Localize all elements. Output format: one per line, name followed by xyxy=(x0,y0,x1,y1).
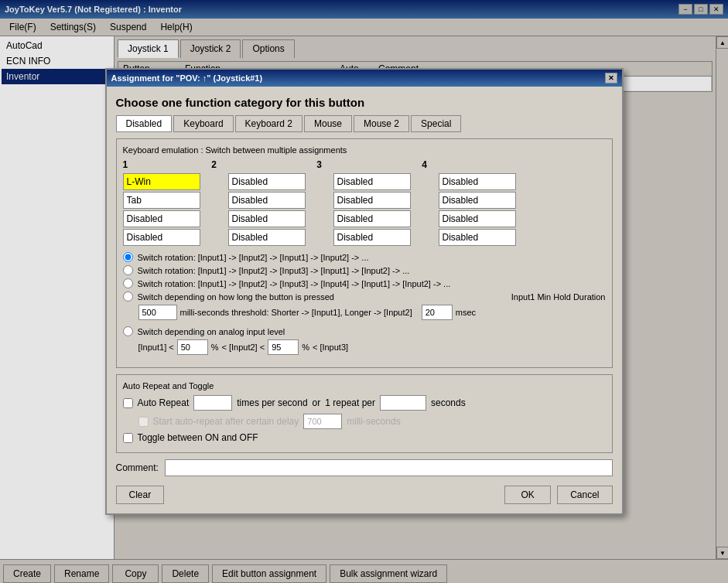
auto-or-label: or xyxy=(313,397,321,408)
col-num-2-label: 2 xyxy=(207,159,222,170)
input-grid: 1 2 xyxy=(123,159,606,246)
radio-row-5: Switch depending on analog input level xyxy=(123,326,606,336)
modal-tabs: Disabled Keyboard Keyboard 2 Mouse Mouse… xyxy=(116,115,613,132)
threshold-row: milli-seconds threshold: Shorter -> [Inp… xyxy=(138,305,606,320)
auto-repeat-per-label: 1 repeat per xyxy=(325,397,375,408)
auto-section: Auto Repeat and Toggle Auto Repeat times… xyxy=(116,374,613,453)
input-2-2[interactable] xyxy=(228,192,306,209)
modal-tab-keyboard[interactable]: Keyboard xyxy=(173,115,233,132)
analog-input-1[interactable] xyxy=(177,339,208,355)
radio-1[interactable] xyxy=(123,252,133,262)
modal-tab-mouse2[interactable]: Mouse 2 xyxy=(354,115,409,132)
input-2-4[interactable] xyxy=(228,229,306,246)
auto-times-label: times per second xyxy=(237,397,307,408)
radio-2-label: Switch rotation: [Input1] -> [Input2] ->… xyxy=(138,266,410,275)
auto-section-title: Auto Repeat and Toggle xyxy=(123,381,606,390)
input-col-2 xyxy=(228,159,306,246)
modal-close-button[interactable]: ✕ xyxy=(605,73,617,84)
input-2-3[interactable] xyxy=(228,210,306,227)
duration-input[interactable] xyxy=(422,305,453,320)
input-col-4 xyxy=(439,159,516,246)
comment-label: Comment: xyxy=(116,462,159,473)
category-heading: Choose one function category for this bu… xyxy=(116,96,613,109)
auto-seconds-label: seconds xyxy=(431,397,466,408)
col-num-1: 1 xyxy=(123,159,128,170)
auto-times-input[interactable] xyxy=(193,395,232,411)
comment-input[interactable] xyxy=(165,459,613,476)
col-num-3-label: 3 xyxy=(312,159,327,170)
modal-tab-mouse[interactable]: Mouse xyxy=(304,115,352,132)
input-4-1[interactable] xyxy=(439,173,516,190)
ok-button[interactable]: OK xyxy=(504,486,551,504)
start-delay-checkbox[interactable] xyxy=(138,417,149,427)
duration-label-text: Input1 Min Hold Duration xyxy=(511,292,606,302)
start-delay-label: Start auto-repeat after certain delay xyxy=(153,416,299,427)
input-3-1[interactable] xyxy=(333,173,411,190)
radio-group: Switch rotation: [Input1] -> [Input2] ->… xyxy=(123,252,606,355)
kb-section-title: Keyboard emulation : Switch between mult… xyxy=(123,145,606,155)
start-delay-row: Start auto-repeat after certain delay mi… xyxy=(138,414,606,429)
col-num-4-label: 4 xyxy=(417,159,432,170)
modal-tab-special[interactable]: Special xyxy=(411,115,461,132)
analog-label2: < [Input2] < xyxy=(221,343,265,352)
modal-title: Assignment for "POV: ↑" (Joystick#1) xyxy=(111,73,263,83)
delay-input[interactable] xyxy=(303,414,342,429)
input-3-3[interactable] xyxy=(333,210,411,227)
kb-section: Keyboard emulation : Switch between mult… xyxy=(116,138,613,368)
radio-1-label: Switch rotation: [Input1] -> [Input2] ->… xyxy=(138,253,369,262)
duration-input-wrapper xyxy=(422,305,453,320)
toggle-checkbox[interactable] xyxy=(123,433,133,443)
input-3-4[interactable] xyxy=(333,229,411,246)
radio-5-label: Switch depending on analog input level xyxy=(138,327,285,336)
radio-4-label: Switch depending on how long the button … xyxy=(138,292,334,302)
modal-buttons: Clear OK Cancel xyxy=(116,486,613,504)
auto-repeat-checkbox[interactable] xyxy=(123,398,133,408)
analog-pct2: % xyxy=(302,343,309,352)
radio-3[interactable] xyxy=(123,278,133,288)
auto-seconds-input[interactable] xyxy=(380,395,426,411)
analog-label3: < [Input3] xyxy=(313,343,348,352)
auto-repeat-label: Auto Repeat xyxy=(138,397,190,408)
radio-row-3: Switch rotation: [Input1] -> [Input2] ->… xyxy=(123,278,606,288)
input-1-2[interactable] xyxy=(123,192,200,209)
modal-body: Choose one function category for this bu… xyxy=(107,87,622,513)
input-col-1: 1 xyxy=(123,159,200,246)
auto-repeat-row: Auto Repeat times per second or 1 repeat… xyxy=(123,395,606,411)
input-1-3[interactable] xyxy=(123,210,200,227)
cancel-button[interactable]: Cancel xyxy=(557,486,612,504)
radio-row-1: Switch rotation: [Input1] -> [Input2] ->… xyxy=(123,252,606,262)
duration-unit: msec xyxy=(456,308,476,317)
toggle-row: Toggle between ON and OFF xyxy=(123,432,606,443)
analog-label1: [Input1] < xyxy=(138,343,174,352)
clear-button[interactable]: Clear xyxy=(116,486,165,504)
modal-dialog: Assignment for "POV: ↑" (Joystick#1) ✕ C… xyxy=(105,68,624,515)
comment-row: Comment: xyxy=(116,459,613,476)
modal-title-bar: Assignment for "POV: ↑" (Joystick#1) ✕ xyxy=(107,70,622,87)
input-col-3 xyxy=(333,159,411,246)
analog-row: [Input1] < % < [Input2] < % < [Input3] xyxy=(138,339,606,355)
radio-row-2: Switch rotation: [Input1] -> [Input2] ->… xyxy=(123,265,606,275)
input-1-4[interactable] xyxy=(123,229,200,246)
threshold-text: milli-seconds threshold: Shorter -> [Inp… xyxy=(180,308,412,317)
input-1-1[interactable] xyxy=(123,173,200,190)
input-4-3[interactable] xyxy=(439,210,516,227)
radio-3-label: Switch rotation: [Input1] -> [Input2] ->… xyxy=(138,279,451,288)
analog-pct1: % xyxy=(211,343,219,352)
analog-input-2[interactable] xyxy=(268,339,299,355)
input-4-2[interactable] xyxy=(439,192,516,209)
radio-row-4: Switch depending on how long the button … xyxy=(123,292,606,302)
input-2-1[interactable] xyxy=(228,173,306,190)
threshold-input[interactable] xyxy=(138,305,177,320)
delay-unit: milli-seconds xyxy=(347,416,400,427)
radio-5[interactable] xyxy=(123,326,133,336)
modal-tab-keyboard2[interactable]: Keyboard 2 xyxy=(235,115,302,132)
radio-2[interactable] xyxy=(123,265,133,275)
radio-4[interactable] xyxy=(123,292,133,302)
modal-tab-disabled[interactable]: Disabled xyxy=(116,115,173,132)
input-4-4[interactable] xyxy=(439,229,516,246)
toggle-label: Toggle between ON and OFF xyxy=(138,432,258,443)
modal-overlay: Assignment for "POV: ↑" (Joystick#1) ✕ C… xyxy=(0,0,728,583)
input-3-2[interactable] xyxy=(333,192,411,209)
